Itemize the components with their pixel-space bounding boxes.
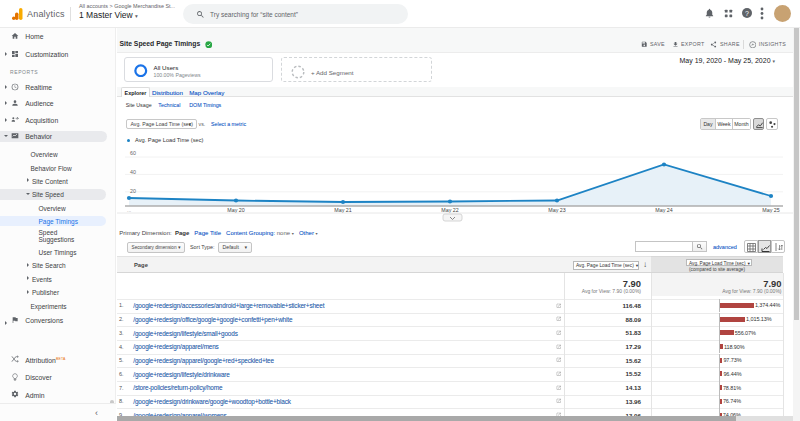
svg-text:May 25: May 25 xyxy=(762,207,779,213)
svg-text:40: 40 xyxy=(130,169,136,175)
svg-text:?: ? xyxy=(745,10,749,17)
svg-text:20: 20 xyxy=(130,188,136,194)
svg-text:May 20: May 20 xyxy=(227,207,244,213)
svg-text:May 24: May 24 xyxy=(655,207,672,213)
svg-text:May 21: May 21 xyxy=(334,207,351,213)
svg-text:60: 60 xyxy=(130,150,136,156)
svg-text:May 23: May 23 xyxy=(548,207,565,213)
svg-text:...: ... xyxy=(127,207,131,213)
svg-text:May 22: May 22 xyxy=(441,207,458,213)
